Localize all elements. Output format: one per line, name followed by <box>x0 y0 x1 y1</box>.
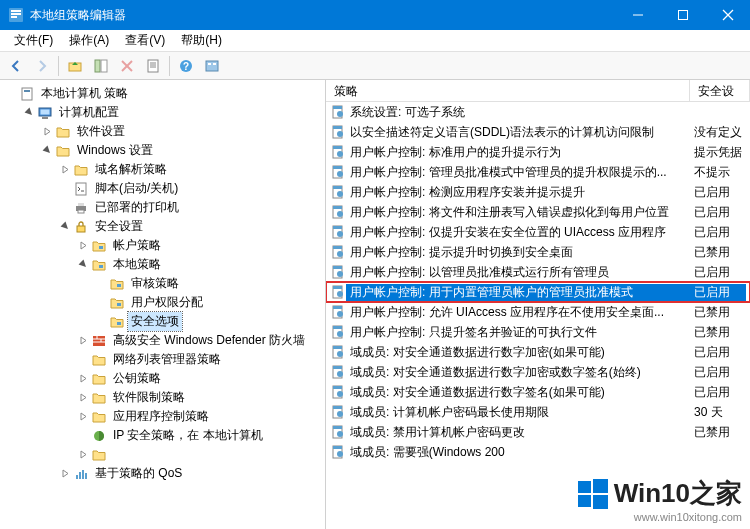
svg-rect-31 <box>77 226 85 232</box>
svg-rect-69 <box>333 246 342 249</box>
policy-row[interactable]: 用户帐户控制: 只提升签名并验证的可执行文件已禁用 <box>326 322 750 342</box>
policy-row[interactable]: 用户帐户控制: 标准用户的提升提示行为提示凭据 <box>326 142 750 162</box>
tree-account-policies[interactable]: 帐户策略 <box>72 236 325 255</box>
tree-computer-config[interactable]: 计算机配置 <box>18 103 325 122</box>
svg-rect-13 <box>148 60 158 72</box>
policy-row[interactable]: 域成员: 计算机帐户密码最长使用期限30 天 <box>326 402 750 422</box>
svg-rect-93 <box>333 406 342 409</box>
policy-row[interactable]: 用户帐户控制: 检测应用程序安装并提示提升已启用 <box>326 182 750 202</box>
toolbar: ? <box>0 52 750 80</box>
tree-dns-policy[interactable]: 域名解析策略 <box>54 160 325 179</box>
policy-row[interactable]: 系统设置: 可选子系统 <box>326 102 750 122</box>
policy-item-icon <box>330 205 346 219</box>
policy-value: 已禁用 <box>694 244 746 261</box>
close-button[interactable] <box>705 0 750 30</box>
list-body[interactable]: 系统设置: 可选子系统以安全描述符定义语言(SDDL)语法表示的计算机访问限制没… <box>326 102 750 529</box>
policy-value: 已启用 <box>694 384 746 401</box>
tree-software-settings[interactable]: 软件设置 <box>36 122 325 141</box>
tree-security-options[interactable]: 安全选项 <box>90 312 325 331</box>
tree-software-restriction[interactable]: 软件限制策略 <box>72 388 325 407</box>
computer-icon <box>37 105 53 121</box>
collapse-icon[interactable] <box>40 144 54 158</box>
svg-point-64 <box>337 211 343 217</box>
show-hide-tree-button[interactable] <box>89 54 113 78</box>
tree-ip-security[interactable]: IP 安全策略，在 本地计算机 <box>72 426 325 445</box>
policy-row[interactable]: 域成员: 对安全通道数据进行数字加密或数字签名(始终)已启用 <box>326 362 750 382</box>
manage-button[interactable] <box>200 54 224 78</box>
collapse-icon[interactable] <box>58 220 72 234</box>
toolbar-sep <box>58 56 59 76</box>
tree-network-list[interactable]: 网络列表管理器策略 <box>72 350 325 369</box>
properties-button[interactable] <box>141 54 165 78</box>
tree-defender-firewall[interactable]: 高级安全 Windows Defender 防火墙 <box>72 331 325 350</box>
tree-user-rights[interactable]: 用户权限分配 <box>90 293 325 312</box>
tree-audit-policy[interactable]: 审核策略 <box>90 274 325 293</box>
policy-row[interactable]: 用户帐户控制: 允许 UIAccess 应用程序在不使用安全桌面...已禁用 <box>326 302 750 322</box>
collapse-icon[interactable] <box>22 106 36 120</box>
svg-rect-87 <box>333 366 342 369</box>
tree-advanced-audit[interactable] <box>72 445 325 464</box>
content-area: 本地计算机 策略 计算机配置 软件设置 <box>0 80 750 529</box>
minimize-button[interactable] <box>615 0 660 30</box>
svg-rect-48 <box>333 106 342 109</box>
folder-icon <box>91 409 107 425</box>
menu-file[interactable]: 文件(F) <box>6 30 61 51</box>
svg-rect-3 <box>11 16 17 18</box>
column-policy[interactable]: 策略 <box>326 80 690 101</box>
svg-rect-72 <box>333 266 342 269</box>
svg-rect-9 <box>95 60 100 72</box>
svg-rect-20 <box>208 63 211 65</box>
expand-icon[interactable] <box>40 125 54 139</box>
policy-value: 不提示 <box>694 164 746 181</box>
collapse-icon[interactable] <box>76 258 90 272</box>
tree-qos[interactable]: 基于策略的 QoS <box>54 464 325 483</box>
tree-pane[interactable]: 本地计算机 策略 计算机配置 软件设置 <box>0 80 326 529</box>
policy-row[interactable]: 用户帐户控制: 用于内置管理员帐户的管理员批准模式已启用 <box>326 282 750 302</box>
policy-row[interactable]: 用户帐户控制: 以管理员批准模式运行所有管理员已启用 <box>326 262 750 282</box>
policy-row[interactable]: 域成员: 禁用计算机帐户密码更改已禁用 <box>326 422 750 442</box>
policy-item-icon <box>330 185 346 199</box>
policy-item-icon <box>330 125 346 139</box>
tree-local-policies[interactable]: 本地策略 <box>72 255 325 274</box>
help-button[interactable]: ? <box>174 54 198 78</box>
svg-rect-32 <box>99 246 103 249</box>
policy-row[interactable]: 域成员: 对安全通道数据进行数字签名(如果可能)已启用 <box>326 382 750 402</box>
policy-item-icon <box>330 165 346 179</box>
policy-row[interactable]: 用户帐户控制: 将文件和注册表写入错误虚拟化到每用户位置已启用 <box>326 202 750 222</box>
menu-action[interactable]: 操作(A) <box>61 30 117 51</box>
policy-row[interactable]: 用户帐户控制: 管理员批准模式中管理员的提升权限提示的...不提示 <box>326 162 750 182</box>
menu-help[interactable]: 帮助(H) <box>173 30 230 51</box>
expand-icon[interactable] <box>4 87 18 101</box>
svg-rect-23 <box>24 90 30 92</box>
tree-scripts[interactable]: 脚本(启动/关机) <box>54 179 325 198</box>
up-button[interactable] <box>63 54 87 78</box>
svg-rect-21 <box>213 63 216 65</box>
back-button[interactable] <box>4 54 28 78</box>
policy-name: 域成员: 对安全通道数据进行数字加密(如果可能) <box>346 344 694 361</box>
svg-point-82 <box>337 331 343 337</box>
policy-row[interactable]: 以安全描述符定义语言(SDDL)语法表示的计算机访问限制没有定义 <box>326 122 750 142</box>
policy-row[interactable]: 域成员: 对安全通道数据进行数字加密(如果可能)已启用 <box>326 342 750 362</box>
policy-value: 已禁用 <box>694 324 746 341</box>
policy-name: 用户帐户控制: 提示提升时切换到安全桌面 <box>346 244 694 261</box>
tree-deployed-printers[interactable]: 已部署的打印机 <box>54 198 325 217</box>
policy-row[interactable]: 域成员: 需要强(Windows 200 <box>326 442 750 462</box>
menu-view[interactable]: 查看(V) <box>117 30 173 51</box>
tree-root[interactable]: 本地计算机 策略 <box>0 84 325 103</box>
tree-public-key[interactable]: 公钥策略 <box>72 369 325 388</box>
maximize-button[interactable] <box>660 0 705 30</box>
column-setting[interactable]: 安全设 <box>690 80 750 101</box>
tree-security-settings[interactable]: 安全设置 <box>54 217 325 236</box>
policy-item-icon <box>330 365 346 379</box>
qos-icon <box>73 466 89 482</box>
tree-app-control[interactable]: 应用程序控制策略 <box>72 407 325 426</box>
policy-folder-icon <box>109 276 125 292</box>
folder-icon <box>55 124 71 140</box>
policy-row[interactable]: 用户帐户控制: 仅提升安装在安全位置的 UIAccess 应用程序已启用 <box>326 222 750 242</box>
tree-windows-settings[interactable]: Windows 设置 <box>36 141 325 160</box>
policy-value: 已禁用 <box>694 424 746 441</box>
delete-button[interactable] <box>115 54 139 78</box>
policy-row[interactable]: 用户帐户控制: 提示提升时切换到安全桌面已禁用 <box>326 242 750 262</box>
forward-button[interactable] <box>30 54 54 78</box>
svg-rect-22 <box>22 88 32 100</box>
